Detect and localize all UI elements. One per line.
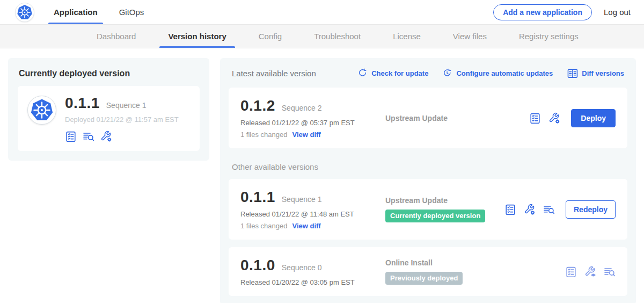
version-actions: Redeploy [504, 200, 617, 219]
version-source: Online Install Previously deployed [375, 258, 565, 285]
deployed-version-number: 0.1.1 [65, 95, 100, 112]
configure-automatic-updates-link[interactable]: Configure automatic updates [442, 68, 553, 78]
diff-versions-link[interactable]: Diff versions [567, 68, 624, 79]
version-source: Upstream Update Currently deployed versi… [375, 196, 504, 222]
version-info: 0.1.2 Sequence 2 Released 01/21/22 @ 05:… [240, 97, 375, 139]
configure-automatic-updates-label: Configure automatic updates [456, 69, 553, 77]
version-row-0-1-1: 0.1.1 Sequence 1 Released 01/21/22 @ 11:… [229, 179, 627, 240]
sequence-label: Sequence 2 [282, 104, 322, 112]
deployed-timestamp: Deployed 01/21/22 @ 11:57 am EST [65, 116, 179, 124]
source-label: Upstream Update [385, 114, 529, 122]
version-actions: Deploy [529, 109, 617, 127]
latest-version-header: Latest available version [232, 69, 316, 78]
sequence-label: Sequence 0 [282, 263, 322, 272]
add-application-button[interactable]: Add a new application [493, 4, 592, 20]
logs-icon[interactable] [83, 131, 94, 142]
other-versions-header: Other available versions [232, 162, 627, 171]
tab-troubleshoot[interactable]: Troubleshoot [298, 25, 377, 48]
header-right: Add a new application Log out [493, 4, 631, 20]
version-actions [565, 266, 617, 278]
deployed-version-card: 0.1.1 Sequence 1 Deployed 01/21/22 @ 11:… [18, 86, 200, 151]
diff-versions-label: Diff versions [582, 69, 624, 77]
currently-deployed-title: Currently deployed version [19, 69, 200, 78]
version-number: 0.1.0 [240, 257, 275, 274]
files-changed-label: 1 files changed [240, 222, 287, 230]
panel-actions: Check for update Configure automatic upd… [357, 68, 624, 79]
config-icon[interactable] [524, 204, 536, 215]
version-info: 0.1.0 Sequence 0 Released 01/20/22 @ 03:… [240, 257, 375, 286]
version-history-panel: Latest available version Check for updat… [220, 58, 636, 303]
released-timestamp: Released 01/21/22 @ 05:37 pm EST [240, 119, 375, 127]
config-icon[interactable] [548, 112, 560, 124]
check-for-update-link[interactable]: Check for update [357, 68, 428, 78]
files-changed-label: 1 files changed [240, 131, 287, 139]
check-for-update-label: Check for update [371, 69, 428, 77]
config-view-icon[interactable] [584, 266, 596, 278]
deploy-button[interactable]: Deploy [571, 109, 616, 127]
logs-icon[interactable] [543, 204, 555, 215]
app-logo [27, 96, 56, 125]
release-notes-icon[interactable] [565, 266, 577, 278]
release-notes-icon[interactable] [504, 204, 516, 215]
logs-icon[interactable] [604, 266, 616, 278]
currently-deployed-badge: Currently deployed version [385, 210, 485, 222]
tab-gitops[interactable]: GitOps [118, 0, 145, 24]
top-tabs: Application GitOps [53, 0, 164, 24]
sequence-label: Sequence 1 [282, 195, 322, 204]
tab-registry-settings[interactable]: Registry settings [503, 25, 595, 48]
app-subnav: Dashboard Version history Config Trouble… [0, 25, 644, 48]
redeploy-button[interactable]: Redeploy [566, 200, 616, 219]
released-timestamp: Released 01/21/22 @ 11:48 am EST [240, 210, 375, 218]
version-row-0-1-0: 0.1.0 Sequence 0 Released 01/20/22 @ 03:… [229, 247, 627, 296]
tab-dashboard[interactable]: Dashboard [80, 25, 152, 48]
release-notes-icon[interactable] [529, 112, 541, 124]
refresh-icon [357, 68, 368, 78]
released-timestamp: Released 01/20/22 @ 03:05 pm EST [240, 278, 375, 286]
view-diff-link[interactable]: View diff [292, 222, 320, 230]
version-number: 0.1.1 [240, 189, 275, 206]
kubernetes-logo-icon [30, 98, 54, 122]
tab-version-history[interactable]: Version history [152, 25, 242, 48]
source-label: Online Install [385, 258, 565, 267]
release-notes-icon[interactable] [65, 131, 77, 142]
source-label: Upstream Update [385, 196, 504, 205]
view-diff-link[interactable]: View diff [292, 131, 320, 139]
version-info: 0.1.1 Sequence 1 Released 01/21/22 @ 11:… [240, 189, 375, 230]
currently-deployed-card: Currently deployed version 0.1.1 Sequenc… [8, 58, 209, 161]
previously-deployed-badge: Previously deployed [385, 272, 463, 285]
version-row-0-1-2: 0.1.2 Sequence 2 Released 01/21/22 @ 05:… [229, 88, 627, 148]
deployed-actions [65, 131, 179, 142]
main-content: Currently deployed version 0.1.1 Sequenc… [0, 48, 644, 303]
deployed-version-info: 0.1.1 Sequence 1 Deployed 01/21/22 @ 11:… [65, 95, 179, 142]
auto-update-icon [442, 68, 452, 78]
diff-icon [567, 68, 578, 79]
tab-view-files[interactable]: View files [437, 25, 503, 48]
config-icon[interactable] [100, 131, 112, 142]
panel-header: Latest available version Check for updat… [229, 66, 627, 80]
tab-application[interactable]: Application [53, 0, 99, 24]
kubernetes-logo-icon [17, 4, 33, 20]
version-source: Upstream Update [375, 114, 529, 122]
logout-link[interactable]: Log out [604, 8, 631, 17]
tab-config[interactable]: Config [243, 25, 298, 48]
tab-license[interactable]: License [377, 25, 437, 48]
deployed-sequence: Sequence 1 [106, 101, 147, 110]
app-logo[interactable] [15, 3, 34, 22]
version-number: 0.1.2 [240, 97, 275, 114]
top-header: Application GitOps Add a new application… [0, 0, 644, 25]
